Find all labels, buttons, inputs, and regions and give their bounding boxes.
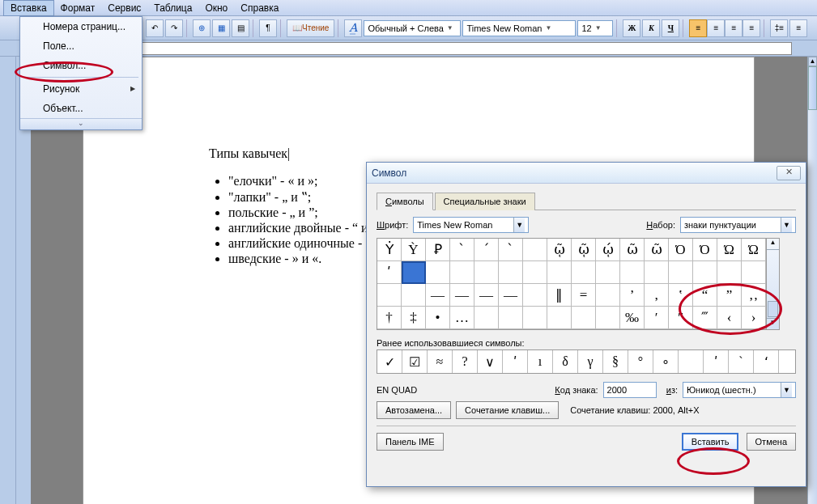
- align-right-button[interactable]: ≡: [725, 19, 743, 37]
- recent-char-cell[interactable]: δ: [553, 350, 578, 373]
- char-cell[interactable]: —: [450, 284, 474, 307]
- char-cell[interactable]: [596, 284, 620, 307]
- char-cell[interactable]: ˋ: [450, 239, 474, 261]
- scroll-up-arrow[interactable]: ▲: [808, 57, 817, 66]
- menu-object[interactable]: Объект...: [20, 99, 142, 118]
- cancel-button[interactable]: Отмена: [747, 433, 796, 451]
- char-cell[interactable]: ῶ: [620, 239, 645, 261]
- menu-service[interactable]: Сервис: [101, 1, 147, 15]
- recent-char-cell[interactable]: ≈: [428, 350, 453, 373]
- char-cell[interactable]: =: [572, 284, 596, 307]
- underline-button[interactable]: Ч: [662, 19, 679, 37]
- tab-symbols[interactable]: Символы: [377, 193, 433, 210]
- menu-picture[interactable]: Рисунок: [20, 79, 142, 99]
- font-select[interactable]: Times New Roman▼: [462, 20, 576, 36]
- char-cell[interactable]: ῴ: [596, 239, 620, 261]
- menu-help[interactable]: Справка: [234, 1, 285, 15]
- char-cell[interactable]: [523, 239, 547, 261]
- align-center-button[interactable]: ≡: [707, 19, 725, 37]
- char-cell[interactable]: [377, 284, 402, 307]
- char-cell[interactable]: Ỳ: [402, 239, 426, 261]
- numbering-button[interactable]: ≡: [789, 19, 807, 37]
- char-cell[interactable]: ‚‚: [742, 284, 766, 307]
- align-justify-button[interactable]: ≡: [743, 19, 760, 37]
- char-cell[interactable]: [547, 261, 572, 284]
- recent-char-cell[interactable]: ʹ: [503, 350, 528, 373]
- char-cell[interactable]: [596, 307, 620, 329]
- char-cell[interactable]: —: [426, 284, 450, 307]
- char-cell[interactable]: [523, 307, 547, 329]
- char-cell[interactable]: ‚: [645, 284, 669, 307]
- char-cell[interactable]: [426, 261, 450, 284]
- recent-char-cell[interactable]: ∘: [653, 350, 679, 373]
- char-cell[interactable]: [742, 261, 766, 284]
- undo-button[interactable]: ↶: [146, 19, 164, 37]
- char-cell[interactable]: ’: [620, 284, 645, 307]
- tab-special-chars[interactable]: Специальные знаки: [435, 193, 535, 210]
- char-cell[interactable]: [620, 261, 645, 284]
- char-cell[interactable]: •: [426, 307, 450, 329]
- char-cell[interactable]: ›: [742, 307, 766, 329]
- grid-scroll-thumb[interactable]: [768, 301, 778, 317]
- grid-scroll-up[interactable]: ▲: [767, 239, 779, 250]
- char-cell[interactable]: ‰: [620, 307, 645, 329]
- char-cell[interactable]: [523, 261, 547, 284]
- menu-page-numbers[interactable]: Номера страниц...: [20, 17, 142, 36]
- tables-button[interactable]: ▦: [212, 19, 230, 37]
- char-cell[interactable]: [474, 307, 499, 329]
- menu-expand-chevron[interactable]: ⌄: [20, 118, 142, 129]
- char-cell[interactable]: ‡: [402, 307, 426, 329]
- character-grid[interactable]: ẎỲꝐˋˊˋῷῷῴῶῶΌΌΏΏʹ————‖=’‚‛“”‚‚†‡•…‰′″‴‹›: [377, 238, 767, 330]
- recent-char-cell[interactable]: ∨: [478, 350, 503, 373]
- char-cell[interactable]: ῷ: [547, 239, 572, 261]
- grid-scroll-down[interactable]: ▼: [767, 318, 779, 329]
- char-cell[interactable]: [523, 284, 547, 307]
- char-cell[interactable]: ‖: [547, 284, 572, 307]
- char-cell[interactable]: —: [499, 284, 523, 307]
- char-cell[interactable]: [499, 307, 523, 329]
- char-cell[interactable]: …: [450, 307, 474, 329]
- subset-combo[interactable]: знаки пунктуации▼: [680, 217, 796, 233]
- recent-char-cell[interactable]: ʹ: [704, 350, 729, 373]
- char-cell[interactable]: “: [693, 284, 717, 307]
- dialog-titlebar[interactable]: Символ ✕: [367, 163, 806, 184]
- align-left-button[interactable]: ≡: [689, 19, 707, 37]
- char-cell[interactable]: [402, 284, 426, 307]
- link-button[interactable]: ⊕: [193, 19, 211, 37]
- char-cell[interactable]: Ꝑ: [426, 239, 450, 261]
- from-combo[interactable]: Юникод (шестн.)▼: [683, 382, 796, 398]
- recent-char-cell[interactable]: °: [628, 350, 653, 373]
- recent-char-cell[interactable]: ✓: [377, 350, 402, 373]
- scroll-thumb[interactable]: [808, 66, 817, 110]
- char-cell[interactable]: †: [377, 307, 402, 329]
- recent-characters-grid[interactable]: ✓☑≈?∨ʹıδγ§°∘ʹ`ʻ: [377, 349, 796, 374]
- font-size-select[interactable]: 12▼: [577, 20, 613, 36]
- recent-char-cell[interactable]: ı: [528, 350, 553, 373]
- menu-format[interactable]: Формат: [54, 1, 102, 15]
- vertical-scrollbar[interactable]: ▲: [807, 57, 817, 504]
- char-cell[interactable]: [693, 261, 717, 284]
- recent-char-cell[interactable]: ʻ: [754, 350, 779, 373]
- char-cell[interactable]: ˊ: [474, 239, 499, 261]
- bold-button[interactable]: Ж: [623, 19, 640, 37]
- pilcrow-button[interactable]: ¶: [259, 19, 277, 37]
- char-cell[interactable]: ʹ: [377, 261, 402, 284]
- char-cell[interactable]: —: [474, 284, 499, 307]
- insert-table-button[interactable]: ▤: [232, 19, 249, 37]
- char-cell[interactable]: Ώ: [742, 239, 766, 261]
- char-cell[interactable]: Ό: [669, 239, 693, 261]
- char-cell[interactable]: ”: [717, 284, 742, 307]
- char-cell[interactable]: ῶ: [645, 239, 669, 261]
- char-cell[interactable]: ‹: [717, 307, 742, 329]
- font-combo[interactable]: Times New Roman▼: [413, 217, 529, 233]
- char-cell[interactable]: [547, 307, 572, 329]
- recent-char-cell[interactable]: `: [729, 350, 754, 373]
- char-cell[interactable]: Ό: [693, 239, 717, 261]
- menu-insert[interactable]: Вставка: [3, 0, 54, 16]
- vertical-ruler[interactable]: [0, 57, 16, 504]
- char-cell[interactable]: ″: [669, 307, 693, 329]
- char-cell[interactable]: Ώ: [717, 239, 742, 261]
- shortcut-key-button[interactable]: Сочетание клавиш...: [456, 401, 559, 419]
- ime-panel-button[interactable]: Панель IME: [377, 433, 444, 451]
- char-cell[interactable]: ‛: [669, 284, 693, 307]
